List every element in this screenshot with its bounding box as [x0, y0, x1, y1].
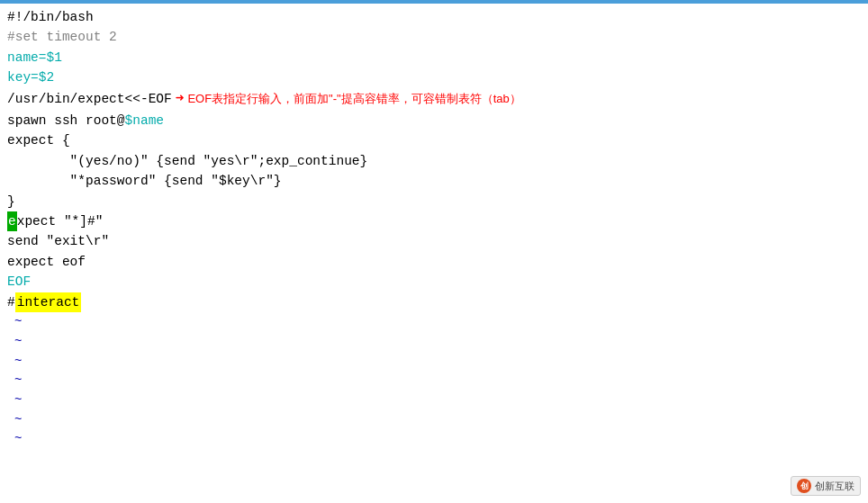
send-exit: send "exit\r"	[7, 231, 109, 251]
line-12: send "exit\r"	[7, 231, 861, 251]
annotation-text: EOF表指定行输入，前面加"-"提高容错率，可容错制表符（tab）	[187, 90, 520, 108]
tilde-3: ~	[7, 352, 861, 372]
line-7: expect {	[7, 130, 861, 150]
line-5: /usr/bin/expect<<-EOF ➜ EOF表指定行输入，前面加"-"…	[7, 88, 861, 111]
line-13: expect eof	[7, 252, 861, 272]
expect-heredoc: /usr/bin/expect<<-EOF	[7, 89, 172, 109]
case2: "*password" {send "$key\r"}	[7, 171, 282, 191]
spawn-cmd: spawn ssh root@	[7, 111, 125, 130]
hash-interact: #	[7, 292, 15, 312]
tilde-5: ~	[7, 391, 861, 410]
watermark-icon: 创	[797, 479, 811, 493]
annotation-arrow: ➜	[176, 88, 185, 111]
line-1: #!/bin/bash	[7, 7, 861, 27]
interact-highlight: interact	[15, 292, 82, 312]
expect-prompt: xpect "*]#"	[17, 211, 104, 231]
key-assignment: key=$2	[7, 67, 54, 87]
line-2: #set timeout 2	[7, 27, 861, 47]
line-11: expect "*]#"	[7, 211, 861, 231]
line-4: key=$2	[7, 67, 861, 87]
line-10: }	[7, 192, 861, 211]
tilde-7: ~	[7, 429, 861, 449]
editor-container: #!/bin/bash #set timeout 2 name=$1 key=$…	[0, 0, 868, 503]
line-6: spawn ssh root@$name	[7, 111, 861, 130]
spawn-name-var: $name	[125, 111, 165, 130]
line-8: "(yes/no)" {send "yes\r";exp_continue}	[7, 151, 861, 171]
watermark-box: 创 创新互联	[791, 476, 861, 496]
expect-open: expect {	[7, 130, 70, 150]
code-area: #!/bin/bash #set timeout 2 name=$1 key=$…	[0, 4, 868, 453]
eof-marker: EOF	[7, 272, 31, 292]
comment-timeout: #set timeout 2	[7, 27, 117, 47]
shebang: #!/bin/bash	[7, 7, 94, 27]
line-14: EOF	[7, 272, 861, 292]
watermark: 创 创新互联	[791, 476, 861, 496]
name-assignment: name=$1	[7, 48, 62, 67]
line-9: "*password" {send "$key\r"}	[7, 171, 861, 191]
case1: "(yes/no)" {send "yes\r";exp_continue}	[7, 151, 367, 171]
line-3: name=$1	[7, 48, 861, 67]
tilde-6: ~	[7, 410, 861, 430]
expect-eof: expect eof	[7, 252, 86, 272]
tilde-2: ~	[7, 332, 861, 352]
close-brace: }	[7, 192, 15, 211]
line-15: #interact	[7, 292, 861, 312]
tilde-4: ~	[7, 371, 861, 391]
watermark-label: 创新互联	[815, 480, 854, 493]
tilde-1: ~	[7, 312, 861, 332]
highlight-e: e	[7, 211, 17, 231]
